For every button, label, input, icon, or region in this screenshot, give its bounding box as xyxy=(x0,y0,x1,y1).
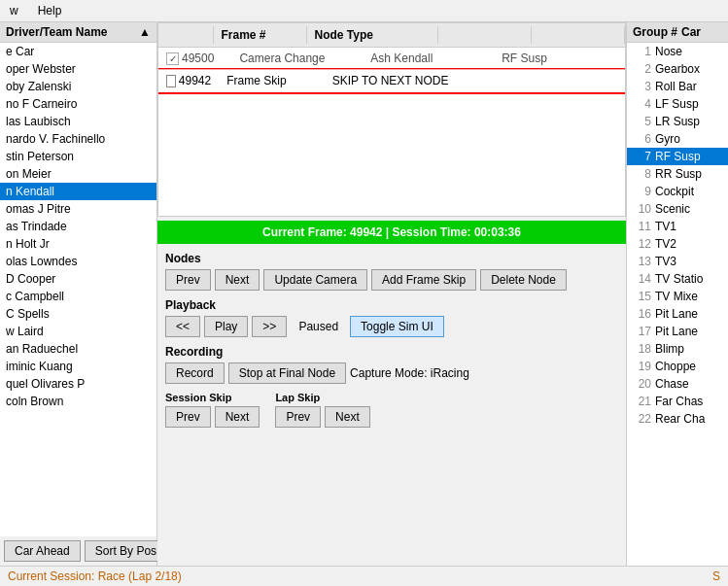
driver-item[interactable]: on Meier xyxy=(0,165,156,183)
group-item[interactable]: 16Pit Lane xyxy=(627,305,728,323)
group-item[interactable]: 8RR Susp xyxy=(627,165,728,183)
status-bar: Current Session: Race (Lap 2/18) S xyxy=(0,566,728,586)
group-list[interactable]: 1Nose 2Gearbox 3Roll Bar 4LF Susp 5LR Su… xyxy=(627,43,728,566)
delete-node-button[interactable]: Delete Node xyxy=(480,269,567,291)
menu-item-w[interactable]: w xyxy=(4,2,24,19)
group-num: 4 xyxy=(631,97,655,111)
driver-scroll-area[interactable]: e Car oper Webster oby Zalenski no F Car… xyxy=(0,43,156,536)
driver-item[interactable]: as Trindade xyxy=(0,218,156,235)
table-row[interactable]: 49500 Camera Change Ash Kendall RF Susp xyxy=(158,48,625,70)
group-num: 11 xyxy=(631,220,655,233)
session-skip-next-button[interactable]: Next xyxy=(215,406,260,428)
col-header-check xyxy=(158,26,214,44)
lap-skip-next-button[interactable]: Next xyxy=(325,406,370,428)
driver-item-selected[interactable]: n Kendall xyxy=(0,183,156,200)
group-item[interactable]: 10Scenic xyxy=(627,200,728,218)
driver-item[interactable]: las Laubisch xyxy=(0,113,156,130)
current-frame-bar: Current Frame: 49942 | Session Time: 00:… xyxy=(157,221,626,244)
table-row-highlighted[interactable]: 49942 Frame Skip SKIP TO NEXT NODE xyxy=(158,70,625,92)
driver-item[interactable]: nardo V. Fachinello xyxy=(0,130,156,148)
nodes-prev-button[interactable]: Prev xyxy=(165,269,211,291)
driver-item[interactable]: c Campbell xyxy=(0,288,156,305)
group-item[interactable]: 5LR Susp xyxy=(627,113,728,130)
sort-by-pos-button[interactable]: Sort By Pos xyxy=(85,540,167,562)
driver-item[interactable]: w Laird xyxy=(0,323,156,340)
row-checkbox[interactable] xyxy=(166,75,176,87)
session-skip-prev-button[interactable]: Prev xyxy=(165,406,211,428)
driver-item[interactable]: quel Olivares P xyxy=(0,375,156,393)
group-item[interactable]: 14TV Statio xyxy=(627,270,728,288)
stop-final-node-button[interactable]: Stop at Final Node xyxy=(228,362,346,384)
group-item[interactable]: 20Chase xyxy=(627,375,728,393)
group-car-header: Car xyxy=(681,25,701,39)
rewind-button[interactable]: << xyxy=(165,316,200,337)
group-num: 14 xyxy=(631,272,655,286)
add-frame-skip-button[interactable]: Add Frame Skip xyxy=(371,269,476,291)
group-name: Nose xyxy=(655,45,724,58)
group-name: Chase xyxy=(655,377,724,391)
scroll-up-icon[interactable]: ▲ xyxy=(139,25,151,39)
driver-item[interactable]: oper Webster xyxy=(0,60,156,78)
group-name: Roll Bar xyxy=(655,80,724,93)
driver-item[interactable]: iminic Kuang xyxy=(0,358,156,375)
group-num: 18 xyxy=(631,342,655,356)
group-item[interactable]: 15TV Mixe xyxy=(627,288,728,305)
group-item[interactable]: 11TV1 xyxy=(627,218,728,235)
group-name: LR Susp xyxy=(655,115,724,128)
group-item[interactable]: 22Rear Cha xyxy=(627,410,728,428)
driver-item[interactable]: stin Peterson xyxy=(0,148,156,165)
driver-item[interactable]: oby Zalenski xyxy=(0,78,156,95)
group-num: 7 xyxy=(631,150,655,163)
driver-item[interactable]: olas Lowndes xyxy=(0,253,156,270)
driver-item[interactable]: omas J Pitre xyxy=(0,200,156,218)
skip-section: Session Skip Prev Next Lap Skip Prev Nex… xyxy=(157,388,626,431)
center-panel: Frame # Node Type 49500 Camera Change As… xyxy=(157,22,626,566)
forward-button[interactable]: >> xyxy=(252,316,287,337)
lap-skip-prev-button[interactable]: Prev xyxy=(275,406,321,428)
update-camera-button[interactable]: Update Camera xyxy=(263,269,367,291)
group-item[interactable]: 6Gyro xyxy=(627,130,728,148)
right-panel-header: Group # Car xyxy=(627,22,728,43)
group-num: 9 xyxy=(631,185,655,198)
group-item[interactable]: 13TV3 xyxy=(627,253,728,270)
row-nodetype: Camera Change xyxy=(231,50,363,67)
driver-item[interactable]: D Cooper xyxy=(0,270,156,288)
driver-item[interactable]: n Holt Jr xyxy=(0,235,156,253)
toggle-sim-ui-button[interactable]: Toggle Sim UI xyxy=(350,316,444,337)
menu-bar: w Help xyxy=(0,0,728,22)
driver-item[interactable]: no F Carneiro xyxy=(0,95,156,113)
row-frame-prefix: 49500 xyxy=(182,52,214,65)
recording-label: Recording xyxy=(165,345,618,359)
nodes-section: Nodes Prev Next Update Camera Add Frame … xyxy=(157,248,626,294)
group-item-selected[interactable]: 7RF Susp xyxy=(627,148,728,165)
group-item[interactable]: 3Roll Bar xyxy=(627,78,728,95)
driver-item[interactable]: C Spells xyxy=(0,305,156,323)
group-name: LF Susp xyxy=(655,97,724,111)
group-num: 8 xyxy=(631,167,655,181)
row-checkbox-cell: 49500 xyxy=(158,50,231,67)
group-item[interactable]: 18Blimp xyxy=(627,340,728,358)
nodes-label: Nodes xyxy=(165,252,618,265)
lap-skip-buttons: Prev Next xyxy=(275,406,369,428)
group-item[interactable]: 9Cockpit xyxy=(627,183,728,200)
record-button[interactable]: Record xyxy=(165,362,225,384)
group-item[interactable]: 2Gearbox xyxy=(627,60,728,78)
group-item[interactable]: 21Far Chas xyxy=(627,393,728,410)
nodes-next-button[interactable]: Next xyxy=(215,269,260,291)
driver-item[interactable]: e Car xyxy=(0,43,156,60)
group-item[interactable]: 1Nose xyxy=(627,43,728,60)
recording-buttons: Record Stop at Final Node Capture Mode: … xyxy=(165,362,618,384)
group-num: 1 xyxy=(631,45,655,58)
car-ahead-button[interactable]: Car Ahead xyxy=(4,540,81,562)
play-button[interactable]: Play xyxy=(204,316,248,337)
driver-item[interactable]: an Raduechel xyxy=(0,340,156,358)
driver-item[interactable]: coln Brown xyxy=(0,393,156,410)
group-num: 13 xyxy=(631,255,655,268)
row-checkbox[interactable] xyxy=(166,52,179,65)
group-item[interactable]: 4LF Susp xyxy=(627,95,728,113)
group-item[interactable]: 12TV2 xyxy=(627,235,728,253)
group-item[interactable]: 19Choppe xyxy=(627,358,728,375)
menu-item-help[interactable]: Help xyxy=(32,2,68,19)
session-skip-group: Session Skip Prev Next xyxy=(165,392,260,428)
group-item[interactable]: 17Pit Lane xyxy=(627,323,728,340)
